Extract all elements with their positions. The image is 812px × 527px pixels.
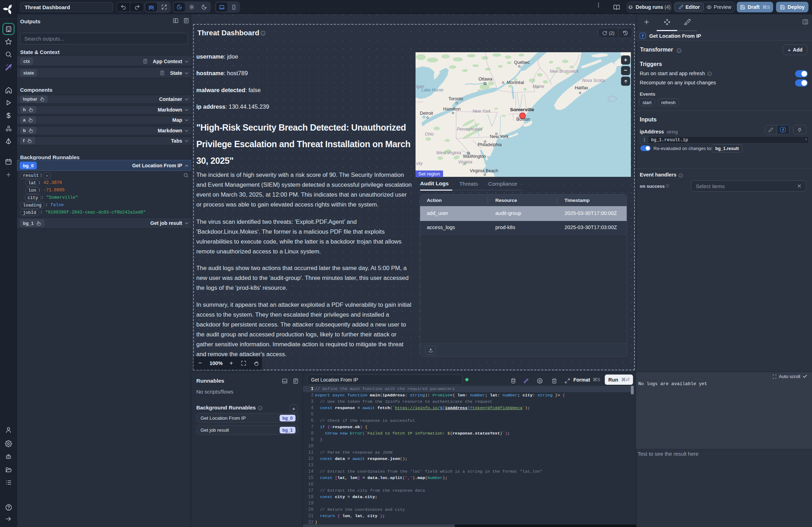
svg-text:Virginia: Virginia bbox=[458, 160, 472, 164]
svg-text:Detroit: Detroit bbox=[420, 111, 433, 116]
svg-text:Pennsylvania: Pennsylvania bbox=[457, 127, 482, 132]
svg-text:Virginia Beach: Virginia Beach bbox=[470, 168, 498, 173]
svg-text:Maine: Maine bbox=[533, 84, 544, 89]
svg-text:West Virginia: West Virginia bbox=[436, 150, 461, 155]
svg-text:Boston: Boston bbox=[517, 117, 530, 122]
svg-text:Montréal: Montréal bbox=[507, 80, 524, 85]
svg-text:Toronto: Toronto bbox=[448, 96, 463, 101]
svg-text:Lake Huron: Lake Huron bbox=[422, 88, 443, 92]
svg-text:Hamilton: Hamilton bbox=[443, 107, 460, 112]
svg-text:Nova Scotia: Nova Scotia bbox=[582, 78, 605, 83]
svg-text:Québec: Québec bbox=[514, 60, 530, 65]
svg-text:cky: cky bbox=[416, 161, 423, 166]
svg-text:New Brunswick: New Brunswick bbox=[550, 69, 579, 74]
svg-text:Ohio: Ohio bbox=[425, 132, 434, 137]
svg-text:New York: New York bbox=[490, 134, 509, 139]
svg-text:Halifax: Halifax bbox=[575, 85, 589, 90]
svg-text:Washington: Washington bbox=[463, 154, 486, 159]
svg-text:Ottawa: Ottawa bbox=[478, 77, 492, 82]
svg-text:Somerville: Somerville bbox=[510, 107, 535, 112]
svg-text:New York: New York bbox=[472, 109, 491, 114]
svg-text:Philadelphia: Philadelphia bbox=[478, 142, 502, 147]
